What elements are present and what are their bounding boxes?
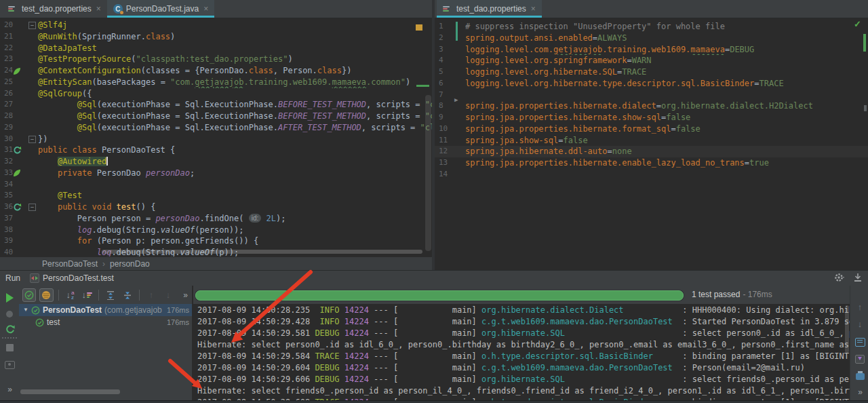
code-line[interactable]: 2spring.output.ansi.enabled=ALWAYS: [435, 33, 868, 44]
console-panel: 1 test passed- 176ms 2017-08-09 14:50:28…: [193, 286, 850, 400]
code-line[interactable]: 20−@Slf4j: [0, 20, 432, 31]
console-line[interactable]: Hibernate: select person0_.id as idl_6_0…: [197, 339, 850, 351]
code-line[interactable]: 27 @Sql(executionPhase = Sql.ExecutionPh…: [0, 99, 432, 111]
collapse-all-button[interactable]: [121, 288, 134, 302]
code-line[interactable]: 9spring.jpa.properties.hibernate.show-sq…: [435, 112, 868, 123]
code-line[interactable]: 7: [435, 90, 868, 101]
code-line[interactable]: 11spring.jpa.show-sql=false: [435, 135, 868, 147]
code-line[interactable]: 24@ContextConfiguration(classes = {Perso…: [0, 65, 432, 77]
expander-icon[interactable]: ▼: [23, 304, 28, 316]
spring-bean-icon[interactable]: [12, 168, 22, 178]
scroll-to-end-button[interactable]: [854, 353, 866, 365]
sort-alphabetically-button[interactable]: ↓ az: [63, 288, 77, 302]
console-line[interactable]: 2017-08-09 14:50:29.428 INFO 14224 --- […: [197, 316, 850, 328]
settings-gear-icon[interactable]: [834, 273, 845, 284]
horizontal-scrollbar[interactable]: [102, 250, 422, 254]
code-text: @DataJpaTest: [38, 43, 432, 54]
code-line[interactable]: 34: [0, 179, 432, 191]
close-icon[interactable]: ×: [96, 4, 101, 14]
line-number: 12: [435, 146, 456, 157]
breadcrumb-item-class[interactable]: PersonDaoTest: [42, 259, 98, 269]
run-configuration-tab[interactable]: PersonDaoTest.test: [30, 273, 114, 283]
code-line[interactable]: 30−}): [0, 134, 432, 145]
next-occurrence-button[interactable]: ↓: [854, 318, 866, 330]
rerun-failed-tests-button[interactable]: [3, 308, 16, 320]
fold-marker[interactable]: −: [28, 204, 36, 211]
code-line[interactable]: 21@RunWith(SpringRunner.class): [0, 31, 432, 43]
java-editor[interactable]: 20−@Slf4j21@RunWith(SpringRunner.class)2…: [0, 18, 432, 258]
code-line[interactable]: 37 Person person = personDao.findOne( id…: [0, 213, 432, 225]
hide-panel-icon[interactable]: [853, 273, 863, 284]
code-line[interactable]: 12spring.jpa.hibernate.ddl-auto=none: [435, 146, 868, 157]
auto-test-button[interactable]: [3, 323, 16, 335]
code-line[interactable]: 28 @Sql(executionPhase = Sql.ExecutionPh…: [0, 111, 432, 122]
run-test-icon[interactable]: [12, 145, 22, 155]
code-line[interactable]: 39 for (Person p: person.getFriends()) {: [0, 235, 432, 247]
test-tree-row[interactable]: test176ms: [19, 316, 192, 328]
code-line[interactable]: 5logging.level.org.hibernate.SQL=TRACE: [435, 66, 868, 78]
play-icon: [6, 293, 14, 303]
fold-marker[interactable]: −: [28, 136, 36, 143]
more-console-button[interactable]: »: [854, 386, 866, 398]
code-line[interactable]: 33 private PersonDao personDao;: [0, 168, 432, 179]
vertical-scrollbar[interactable]: [425, 95, 431, 251]
test-node-time: 176ms: [167, 316, 189, 328]
code-line[interactable]: 14: [435, 169, 868, 180]
console-output[interactable]: 2017-08-09 14:50:28.235 INFO 14224 --- […: [193, 305, 850, 400]
prev-occurrence-button[interactable]: ↑: [854, 301, 866, 313]
print-button[interactable]: [854, 370, 866, 383]
console-line[interactable]: 2017-08-09 14:50:28.235 INFO 14224 --- […: [197, 305, 850, 316]
line-number: 27: [0, 99, 22, 111]
editor-tab[interactable]: test_dao.properties×: [2, 0, 107, 18]
console-scrollbar[interactable]: [845, 305, 849, 353]
filter-passed-button[interactable]: [22, 288, 36, 302]
code-line[interactable]: 23@TestPropertySource("classpath:test_da…: [0, 54, 432, 65]
console-line[interactable]: 2017-08-09 14:50:29.581 DEBUG 14224 --- …: [197, 328, 850, 339]
stop-button[interactable]: [3, 341, 16, 353]
code-line[interactable]: 22@DataJpaTest: [0, 43, 432, 54]
spring-leaf-icon[interactable]: [12, 66, 22, 76]
tree-horizontal-scrollbar[interactable]: [20, 389, 120, 394]
console-line[interactable]: 2017-08-09 14:50:29.584 TRACE 14224 --- …: [197, 351, 850, 362]
test-tree-row[interactable]: ▼PersonDaoTest(com.getjavajob176ms: [19, 304, 192, 316]
fold-marker[interactable]: −: [28, 22, 36, 29]
breadcrumb-item-field[interactable]: personDao: [110, 259, 150, 269]
code-line[interactable]: 8spring.jpa.properties.hibernate.dialect…: [435, 100, 868, 112]
take-snapshot-button[interactable]: [3, 359, 16, 371]
properties-editor[interactable]: ▶ 1# suppress inspection "UnusedProperty…: [435, 18, 868, 270]
console-line[interactable]: 2017-08-09 14:50:29.606 DEBUG 14224 --- …: [197, 374, 850, 385]
code-line[interactable]: 31public class PersonDaoTest {: [0, 145, 432, 156]
code-line[interactable]: 1# suppress inspection "UnusedProperty" …: [435, 21, 868, 33]
expand-all-button[interactable]: [104, 288, 117, 302]
editor-tab[interactable]: CPersonDaoTest.java×: [107, 0, 214, 18]
next-failed-test-button[interactable]: ↓: [161, 288, 175, 302]
console-line[interactable]: 2017-08-09 14:50:29.604 DEBUG 14224 --- …: [197, 362, 850, 374]
code-text: spring.jpa.properties.hibernate.dialect=…: [465, 100, 868, 112]
close-icon[interactable]: ×: [531, 4, 536, 14]
console-line[interactable]: Hibernate: select friends0_.person_id as…: [197, 385, 850, 397]
filter-ignored-button[interactable]: [39, 288, 53, 302]
run-test-icon[interactable]: [12, 202, 22, 212]
code-line[interactable]: 38 log.debug(String.valueOf(person));: [0, 225, 432, 236]
editor-tab[interactable]: test_dao.properties×: [437, 0, 542, 18]
code-line[interactable]: 36− public void test() {: [0, 202, 432, 213]
code-line[interactable]: 26@SqlGroup({: [0, 88, 432, 100]
close-icon[interactable]: ×: [203, 4, 208, 14]
previous-failed-test-button[interactable]: ↑: [144, 288, 158, 302]
code-line[interactable]: 25@EntityScan(basePackages = "com.getjav…: [0, 77, 432, 88]
code-line[interactable]: 13spring.jpa.properties.hibernate.enable…: [435, 157, 868, 169]
rerun-button[interactable]: [3, 292, 16, 304]
soft-wrap-button[interactable]: [854, 336, 866, 348]
console-toolbar-right: ↑ ↓ »: [850, 286, 868, 400]
sort-by-duration-button[interactable]: ↓: [80, 288, 94, 302]
code-line[interactable]: 29 @Sql(executionPhase = Sql.ExecutionPh…: [0, 122, 432, 134]
code-line[interactable]: 35 @Test: [0, 190, 432, 202]
code-line[interactable]: 10spring.jpa.properties.hibernate.format…: [435, 123, 868, 135]
code-line[interactable]: 32 @Autowired: [0, 156, 432, 168]
run-panel-header: Run PersonDaoTest.test: [0, 270, 868, 286]
more-actions-button[interactable]: »: [3, 383, 16, 396]
code-line[interactable]: 3logging.level.com.getjavajob.training.w…: [435, 44, 868, 56]
code-line[interactable]: 6logging.level.org.hibernate.type.descri…: [435, 78, 868, 90]
code-line[interactable]: 4logging.level.org.springframework=WARN: [435, 55, 868, 66]
more-toolbar-button[interactable]: »: [178, 288, 192, 302]
